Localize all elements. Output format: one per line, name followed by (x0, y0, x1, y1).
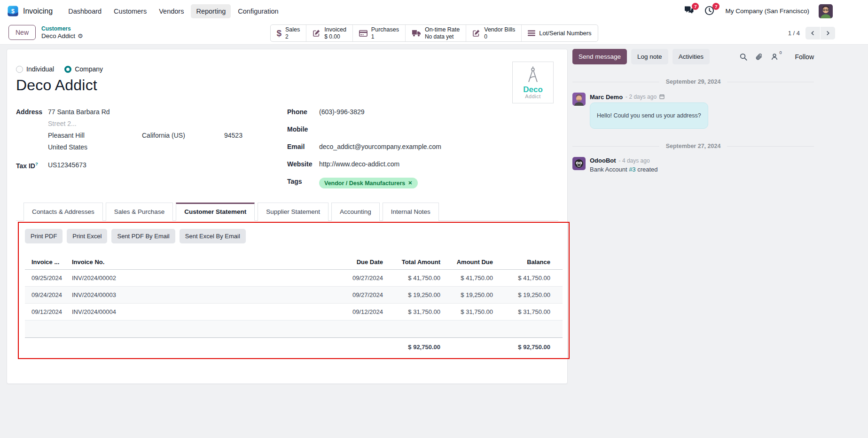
message-author[interactable]: Marc Demo (590, 94, 623, 101)
tab-internal-notes[interactable]: Internal Notes (383, 203, 439, 221)
messages-icon[interactable]: 7 (684, 6, 695, 17)
top-nav-bar: $ Invoicing Dashboard Customers Vendors … (0, 0, 868, 22)
col-amount-due[interactable]: Amount Due (440, 258, 493, 266)
tab-sales-purchase[interactable]: Sales & Purchase (106, 203, 173, 221)
invoicing-app-icon[interactable]: $ (8, 6, 18, 16)
street-field[interactable]: 77 Santa Barbara Rd (48, 108, 287, 116)
nav-item-reporting[interactable]: Reporting (191, 4, 231, 18)
nav-item-dashboard[interactable]: Dashboard (63, 4, 107, 18)
user-avatar[interactable] (819, 4, 833, 18)
partner-logo[interactable]: Deco Addict (512, 62, 554, 103)
nav-item-configuration[interactable]: Configuration (233, 4, 283, 18)
breadcrumb-customers-link[interactable]: Customers (41, 25, 83, 32)
cell-due-date: 09/12/2024 (327, 308, 383, 315)
stat-label: Lot/Serial Numbers (539, 30, 591, 37)
statement-row[interactable]: 09/24/2024 INV/2024/00003 09/27/2024 $ 1… (25, 287, 563, 304)
city-field[interactable]: Pleasant Hill (48, 132, 142, 139)
cell-total-amount: $ 19,250.00 (383, 291, 440, 298)
control-panel: New Customers Deco Addict ⚙ $ Sales 2 (0, 22, 868, 45)
message-time: - 2 days ago (626, 94, 657, 100)
statement-row[interactable]: 09/12/2024 INV/2024/00004 09/12/2024 $ 3… (25, 304, 563, 321)
print-pdf-button[interactable]: Print PDF (25, 229, 63, 243)
phone-field[interactable]: (603)-996-3829 (319, 108, 365, 119)
stat-value: 2 (285, 33, 300, 40)
tag-vendor-desk-manufacturers[interactable]: Vendor / Desk Manufacturers ✕ (319, 178, 418, 188)
follow-button[interactable]: Follow (795, 53, 814, 61)
pager-previous-button[interactable] (805, 27, 820, 39)
avatar-odoobot[interactable] (572, 157, 586, 170)
tab-supplier-statement[interactable]: Supplier Statement (258, 203, 328, 221)
col-invoice-date[interactable]: Invoice ... (25, 258, 72, 266)
log-note-button[interactable]: Log note (631, 49, 668, 64)
activities-clock-icon[interactable]: 7 (704, 6, 716, 17)
new-button[interactable]: New (8, 25, 36, 40)
customer-statement-highlight: Print PDF Print Excel Sent PDF By Email … (18, 222, 570, 359)
total-amount-sum: $ 92,750.00 (383, 344, 440, 351)
search-messages-icon[interactable] (739, 52, 748, 62)
tab-accounting[interactable]: Accounting (331, 203, 380, 221)
stat-value: $ 0.00 (324, 33, 346, 40)
logo-word-deco: Deco (523, 86, 543, 94)
truck-icon (412, 30, 421, 37)
help-icon[interactable]: ? (35, 161, 38, 166)
activities-button[interactable]: Activities (673, 49, 710, 64)
radio-company[interactable]: Company (64, 65, 103, 73)
email-field[interactable]: deco_addict@yourcompany.example.com (319, 143, 441, 154)
breadcrumb-area: New Customers Deco Addict ⚙ (8, 25, 83, 40)
col-due-date[interactable]: Due Date (327, 258, 383, 266)
pager-next-button[interactable] (821, 27, 835, 39)
stat-button-sales[interactable]: $ Sales 2 (270, 25, 306, 41)
send-pdf-email-button[interactable]: Sent PDF By Email (111, 229, 175, 243)
radio-individual-circle[interactable] (16, 66, 23, 73)
stat-label: On-time Rate (425, 26, 460, 33)
stat-button-ontime-rate[interactable]: On-time Rate No data yet (406, 25, 466, 41)
statement-totals-row: $ 92,750.00 $ 92,750.00 (25, 337, 563, 356)
attachment-paperclip-icon[interactable] (754, 52, 764, 62)
cell-due-date: 09/27/2024 (327, 274, 383, 282)
tab-customer-statement[interactable]: Customer Statement (176, 203, 255, 221)
stat-button-purchases[interactable]: Purchases 1 (353, 25, 406, 41)
stat-button-lot-serial[interactable]: Lot/Serial Numbers (522, 25, 597, 41)
nav-item-vendors[interactable]: Vendors (154, 4, 189, 18)
company-switcher[interactable]: My Company (San Francisco) (725, 8, 809, 15)
stat-label: Sales (285, 26, 300, 33)
zip-field[interactable]: 94523 (224, 132, 242, 139)
logo-word-addict: Addict (525, 94, 541, 99)
tab-contacts-addresses[interactable]: Contacts & Addresses (23, 203, 103, 221)
website-field[interactable]: http://www.deco-addict.com (319, 160, 399, 171)
country-field[interactable]: United States (48, 143, 287, 151)
message-author[interactable]: OdooBot (590, 157, 616, 164)
send-excel-email-button[interactable]: Sent Excel By Email (180, 229, 246, 243)
tax-id-field[interactable]: US12345673 (48, 161, 86, 170)
website-label: Website (287, 160, 319, 171)
stat-button-vendor-bills[interactable]: Vendor Bills 0 (466, 25, 522, 41)
stat-label: Vendor Bills (484, 26, 515, 33)
dollar-icon: $ (276, 28, 282, 39)
cell-invoice-date: 09/25/2024 (25, 274, 72, 282)
radio-individual[interactable]: Individual (16, 65, 54, 73)
bank-account-link[interactable]: #3 (629, 166, 635, 173)
col-total-amount[interactable]: Total Amount (383, 258, 440, 266)
partner-name-field[interactable]: Deco Addict (16, 77, 558, 94)
col-balance[interactable]: Balance (493, 258, 550, 266)
date-divider-label: September 27, 2024 (666, 143, 721, 149)
cell-balance: $ 31,750.00 (493, 308, 550, 315)
actions-gear-icon[interactable]: ⚙ (78, 32, 83, 40)
calendar-icon (659, 93, 665, 101)
avatar-marc-demo[interactable] (572, 93, 586, 106)
print-excel-button[interactable]: Print Excel (67, 229, 107, 243)
tag-remove-icon[interactable]: ✕ (408, 180, 412, 186)
col-invoice-no[interactable]: Invoice No. (72, 258, 327, 266)
stat-value: 1 (371, 33, 399, 40)
stat-button-invoiced[interactable]: Invoiced $ 0.00 (306, 25, 353, 41)
send-message-button[interactable]: Send message (572, 49, 627, 64)
app-name[interactable]: Invoicing (23, 7, 53, 16)
street2-field[interactable]: Street 2... (48, 120, 287, 127)
stat-label: Invoiced (324, 26, 346, 33)
followers-icon[interactable]: 0 (770, 52, 779, 62)
statement-row[interactable]: 09/25/2024 INV/2024/00002 09/27/2024 $ 4… (25, 270, 563, 287)
nav-item-customers[interactable]: Customers (109, 4, 152, 18)
state-field[interactable]: California (US) (142, 132, 224, 139)
radio-company-circle[interactable] (64, 66, 71, 73)
cell-amount-due: $ 31,750.00 (440, 308, 493, 315)
